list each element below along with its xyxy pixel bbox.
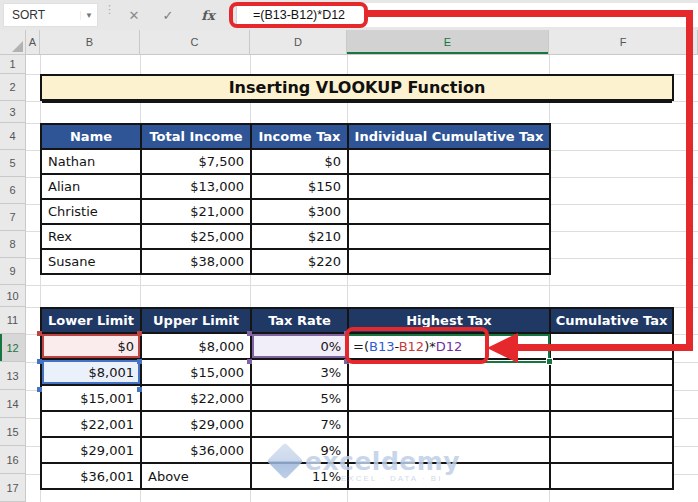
row-header-11[interactable]: 11: [0, 307, 26, 334]
cell[interactable]: 7%: [252, 412, 349, 438]
ref-handle-b13: [37, 359, 42, 364]
select-all-triangle-icon: [12, 41, 23, 52]
cell[interactable]: $15,001: [42, 386, 142, 412]
header-cell[interactable]: Cumulative Tax: [551, 309, 674, 334]
cell[interactable]: [551, 438, 674, 464]
cell[interactable]: $36,001: [42, 464, 142, 490]
cell[interactable]: $220: [252, 250, 349, 275]
header-cell[interactable]: Name: [42, 125, 142, 150]
select-all-corner[interactable]: [0, 30, 26, 55]
ref-handle-d12: [247, 359, 252, 364]
column-header-d[interactable]: D: [250, 30, 347, 55]
column-header-a[interactable]: A: [26, 30, 40, 55]
header-cell[interactable]: Income Tax: [252, 125, 349, 150]
cell[interactable]: $36,000: [142, 438, 252, 464]
cell[interactable]: Nathan: [42, 150, 142, 175]
row-header-17[interactable]: 17: [0, 474, 26, 502]
title-banner[interactable]: Inserting VLOOKUP Function: [40, 74, 674, 101]
cell[interactable]: [349, 225, 551, 250]
header-cell[interactable]: Tax Rate: [252, 309, 349, 334]
row-header-1[interactable]: 1: [0, 55, 26, 74]
cell[interactable]: 5%: [252, 386, 349, 412]
cell[interactable]: Alian: [42, 175, 142, 200]
row-header-7[interactable]: 7: [0, 204, 26, 231]
cell[interactable]: $300: [252, 200, 349, 225]
cell[interactable]: $13,000: [142, 175, 252, 200]
name-box-dropdown-icon[interactable]: ▼: [80, 11, 93, 20]
annotation-box-cell-e12: [345, 327, 489, 364]
cell[interactable]: $150: [252, 175, 349, 200]
cell[interactable]: Susane: [42, 250, 142, 275]
fill-handle[interactable]: [546, 358, 553, 365]
cell[interactable]: $0: [252, 150, 349, 175]
annotation-line-bottom: [515, 344, 693, 351]
row-header-6[interactable]: 6: [0, 177, 26, 204]
cancel-icon[interactable]: ✕: [118, 3, 150, 27]
header-cell[interactable]: Individual Cumulative Tax: [349, 125, 551, 150]
cell[interactable]: [349, 438, 551, 464]
row-header-13[interactable]: 13: [0, 362, 26, 390]
cell[interactable]: $29,001: [42, 438, 142, 464]
cell[interactable]: Christie: [42, 200, 142, 225]
cell[interactable]: [349, 150, 551, 175]
row-header-14[interactable]: 14: [0, 390, 26, 418]
cell[interactable]: [551, 360, 674, 386]
cell[interactable]: Above: [142, 464, 252, 490]
cell[interactable]: 11%: [252, 464, 349, 490]
cell[interactable]: [551, 412, 674, 438]
cell[interactable]: $22,001: [42, 412, 142, 438]
cell[interactable]: $8,000: [142, 334, 252, 360]
cell[interactable]: [551, 464, 674, 490]
row-header-12[interactable]: 12: [0, 334, 26, 362]
cell[interactable]: $8,001: [42, 360, 142, 386]
cell[interactable]: 9%: [252, 438, 349, 464]
cell[interactable]: $15,000: [142, 360, 252, 386]
cell[interactable]: $7,500: [142, 150, 252, 175]
cell[interactable]: $0: [42, 334, 142, 360]
cell[interactable]: $38,000: [142, 250, 252, 275]
cell[interactable]: $22,000: [142, 386, 252, 412]
cell[interactable]: $21,000: [142, 200, 252, 225]
cell[interactable]: [551, 386, 674, 412]
ref-handle-d12: [247, 331, 252, 336]
ref-handle-b12: [137, 331, 142, 336]
cell[interactable]: $25,000: [142, 225, 252, 250]
cell[interactable]: [349, 386, 551, 412]
excel-window: SORT ▼ ⋮ ✕ ✓ fx =(B13-B12)*D12 ABCDEF 12…: [0, 0, 698, 502]
row-header-2[interactable]: 2: [0, 74, 26, 101]
row-header-16[interactable]: 16: [0, 446, 26, 474]
column-header-c[interactable]: C: [140, 30, 250, 55]
cell[interactable]: [349, 464, 551, 490]
income-table: NameTotal IncomeIncome TaxIndividual Cum…: [40, 123, 551, 275]
cell[interactable]: [349, 175, 551, 200]
annotation-arrowhead-icon: [487, 333, 518, 363]
column-header-b[interactable]: B: [40, 30, 140, 55]
header-cell[interactable]: Lower Limit: [42, 309, 142, 334]
ref-handle-b13: [137, 387, 142, 392]
row-header-8[interactable]: 8: [0, 231, 26, 258]
row-header-4[interactable]: 4: [0, 123, 26, 150]
row-header-9[interactable]: 9: [0, 258, 26, 285]
cell[interactable]: 0%: [252, 334, 349, 360]
row-header-5[interactable]: 5: [0, 150, 26, 177]
column-header-f[interactable]: F: [549, 30, 698, 55]
row-header-10[interactable]: 10: [0, 285, 26, 307]
insert-function-icon[interactable]: fx: [192, 3, 224, 27]
cell[interactable]: 3%: [252, 360, 349, 386]
cell[interactable]: Rex: [42, 225, 142, 250]
cell[interactable]: [349, 412, 551, 438]
annotation-box-formula-bar: [229, 2, 368, 28]
column-header-e[interactable]: E: [347, 30, 549, 55]
name-box[interactable]: SORT ▼: [3, 3, 98, 27]
enter-icon[interactable]: ✓: [152, 3, 184, 27]
cell[interactable]: $29,000: [142, 412, 252, 438]
row-header-15[interactable]: 15: [0, 418, 26, 446]
formula-bar-separator: ⋮: [104, 6, 115, 12]
cell[interactable]: [349, 250, 551, 275]
row-header-3[interactable]: 3: [0, 101, 26, 123]
cell[interactable]: $210: [252, 225, 349, 250]
name-box-value: SORT: [12, 8, 80, 22]
header-cell[interactable]: Upper Limit: [142, 309, 252, 334]
header-cell[interactable]: Total Income: [142, 125, 252, 150]
cell[interactable]: [349, 200, 551, 225]
